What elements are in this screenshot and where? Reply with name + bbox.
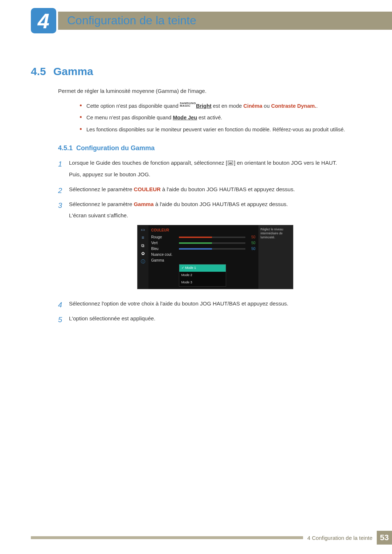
- chapter-title: Configuration de la teinte: [67, 14, 196, 27]
- osd-gamma-dropdown: Mode 1 Mode 2 Mode 3: [179, 264, 226, 287]
- bullet-3: Les fonctions disponibles sur le moniteu…: [80, 126, 358, 134]
- step-number: 2: [58, 185, 69, 196]
- section-heading: 4.5Gamma: [31, 65, 361, 78]
- step-1-line-1: Lorsque le Guide des touches de fonction…: [69, 159, 361, 167]
- step-5-text: L'option sélectionnée est appliquée.: [69, 314, 361, 323]
- size-icon: ⧉: [140, 243, 146, 249]
- osd-title: COULEUR: [151, 227, 256, 233]
- footer: 4 Configuration de la teinte 53: [31, 531, 392, 545]
- footer-text: 4 Configuration de la teinte: [307, 535, 372, 541]
- osd-info-panel: Réglez le niveau intermédiaire de lumino…: [258, 225, 293, 289]
- step-number: 1: [58, 159, 69, 181]
- subsection-number: 4.5.1: [58, 144, 73, 152]
- step-number: 3: [58, 200, 69, 296]
- osd-row-vert: Vert 50: [151, 240, 256, 246]
- osd-main: COULEUR Rouge 50 Vert 50: [148, 225, 258, 289]
- osd-row-gamma: Gamma: [151, 258, 256, 263]
- osd-row-rouge: Rouge 50: [151, 234, 256, 240]
- step-3: 3 Sélectionnez le paramètre Gamma à l'ai…: [58, 200, 361, 296]
- green-bar-fill: [179, 242, 212, 244]
- step-5: 5 L'option sélectionnée est appliquée.: [58, 314, 361, 325]
- step-2-text: Sélectionnez le paramètre COULEUR à l'ai…: [69, 185, 361, 193]
- osd-row-nuance: Nuance coul.: [151, 252, 256, 258]
- info-icon: ⓘ: [140, 259, 146, 264]
- step-1-line-2: Puis, appuyez sur le bouton JOG.: [69, 170, 361, 178]
- page-number: 53: [377, 531, 392, 545]
- footer-bar: [31, 536, 303, 539]
- section-intro: Permet de régler la luminosité moyenne (…: [58, 88, 361, 94]
- osd-screenshot: ▭ ≡ ⧉ ✿ ⓘ COULEUR Rouge 50: [69, 225, 361, 289]
- step-4-text: Sélectionnez l'option de votre choix à l…: [69, 299, 361, 308]
- monitor-icon: ▭: [140, 227, 146, 233]
- list-icon: ≡: [140, 235, 146, 241]
- section-title: Gamma: [53, 65, 93, 77]
- osd-option-mode2: Mode 2: [179, 272, 226, 279]
- magic-bright-label: SAMSUNGMAGICBright: [180, 103, 212, 109]
- step-3-text: Sélectionnez le paramètre Gamma à l'aide…: [69, 200, 361, 208]
- gear-icon: ✿: [140, 251, 146, 257]
- chapter-number-box: 4: [31, 8, 56, 33]
- subsection-heading: 4.5.1 Configuration du Gamma: [58, 144, 361, 152]
- steps-list: 1 Lorsque le Guide des touches de foncti…: [58, 159, 361, 325]
- menu-icon: [228, 161, 233, 165]
- step-4: 4 Sélectionnez l'option de votre choix à…: [58, 299, 361, 311]
- step-number: 4: [58, 299, 69, 311]
- chapter-number: 4: [38, 9, 49, 33]
- osd-row-bleu: Bleu 50: [151, 246, 256, 252]
- step-2: 2 Sélectionnez le paramètre COULEUR à l'…: [58, 185, 361, 196]
- note-bullets: Cette option n'est pas disponible quand …: [80, 102, 358, 134]
- bullet-1: Cette option n'est pas disponible quand …: [80, 102, 358, 110]
- subsection-title: Configuration du Gamma: [76, 144, 155, 152]
- step-1: 1 Lorsque le Guide des touches de foncti…: [58, 159, 361, 181]
- osd-panel: ▭ ≡ ⧉ ✿ ⓘ COULEUR Rouge 50: [137, 225, 293, 289]
- osd-option-mode1: Mode 1: [179, 264, 226, 272]
- red-bar-fill: [179, 237, 212, 238]
- content-area: 4.5Gamma Permet de régler la luminosité …: [31, 65, 361, 329]
- section-number: 4.5: [31, 65, 46, 77]
- osd-sidebar: ▭ ≡ ⧉ ✿ ⓘ: [138, 225, 148, 289]
- osd-option-mode3: Mode 3: [179, 279, 226, 286]
- step-number: 5: [58, 314, 69, 325]
- step-3-extra: L'écran suivant s'affiche.: [69, 211, 361, 219]
- header: 4 Configuration de la teinte: [0, 0, 392, 44]
- blue-bar-fill: [179, 248, 212, 250]
- bullet-2: Ce menu n'est pas disponible quand Mode …: [80, 114, 358, 122]
